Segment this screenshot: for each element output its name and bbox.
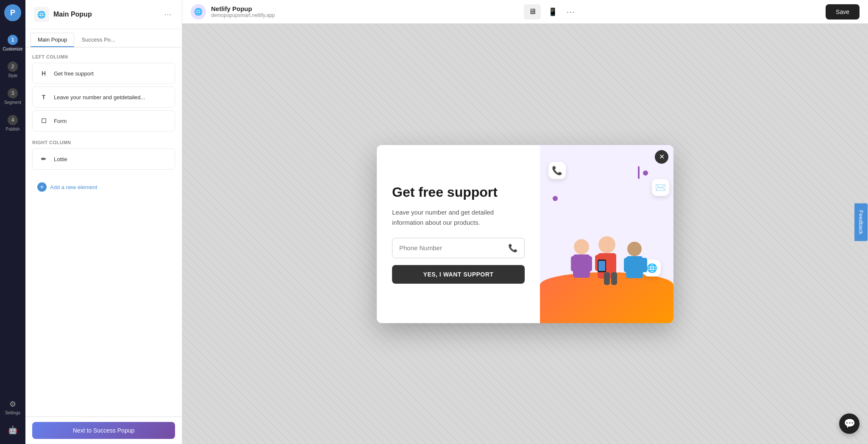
app-name: Netlify Popup — [211, 5, 275, 12]
right-column-section: RIGHT COLUMN ✏ Lottie — [32, 140, 175, 170]
panel-body: LEFT COLUMN H Get free support T Leave y… — [25, 47, 182, 416]
add-element-row[interactable]: + Add a new element — [32, 178, 175, 196]
sidebar-item-customize-label: Customize — [3, 47, 22, 51]
popup-icon: 🌐 — [37, 11, 46, 19]
svg-rect-12 — [642, 258, 647, 272]
accent-dot-2 — [553, 196, 558, 201]
text-content: Leave your number and getdetailed... — [54, 94, 170, 101]
sidebar-item-style[interactable]: 2 Style — [0, 56, 25, 83]
accent-line — [638, 166, 640, 179]
popup-left-content: Get free support Leave your number and g… — [377, 145, 540, 323]
step-3-circle: 3 — [8, 88, 18, 98]
text-icon: T — [38, 91, 50, 103]
app-info: Netlify Popup demopopupsmart.netlify.app — [211, 5, 275, 18]
feedback-button[interactable]: Feedback — [854, 203, 868, 241]
sidebar-item-publish-label: Publish — [6, 127, 20, 131]
svg-rect-7 — [604, 272, 610, 285]
step-4-circle: 4 — [8, 115, 18, 125]
float-email-icon: ✉️ — [652, 179, 669, 196]
sidebar-item-publish[interactable]: 4 Publish — [0, 110, 25, 137]
left-column-label: LEFT COLUMN — [32, 54, 175, 59]
panel-more-button[interactable]: ⋯ — [162, 8, 173, 21]
popup-modal: ✕ Get free support Leave your number and… — [377, 145, 673, 323]
svg-point-0 — [574, 239, 589, 254]
top-bar: 🌐 Netlify Popup demopopupsmart.netlify.a… — [182, 0, 868, 24]
svg-rect-14 — [598, 261, 605, 271]
svg-point-4 — [598, 236, 615, 253]
top-bar-right: Save — [826, 4, 860, 20]
popup-close-button[interactable]: ✕ — [655, 150, 668, 164]
chat-widget-icon: 💬 — [844, 418, 855, 429]
panel-footer: Next to Success Popup — [25, 416, 182, 444]
popup-input-row: 📞 — [392, 238, 525, 258]
settings-nav-item[interactable]: ⚙ Settings — [5, 394, 20, 420]
left-column-section: LEFT COLUMN H Get free support T Leave y… — [32, 54, 175, 131]
popup-subtext: Leave your number and get detailed infor… — [392, 207, 525, 228]
panel-header: 🌐 Main Popup ⋯ — [25, 0, 182, 29]
tab-success-popup[interactable]: Success Po... — [74, 33, 122, 47]
panel-header-icon: 🌐 — [34, 7, 49, 22]
phone-icon: 📞 — [508, 243, 517, 253]
panel-tabs: Main Popup Success Po... — [25, 29, 182, 47]
nav-bottom: ⚙ Settings 🤖 — [5, 394, 20, 440]
top-more-button[interactable]: ⋯ — [565, 5, 576, 19]
next-popup-button[interactable]: Next to Success Popup — [32, 422, 175, 439]
mobile-view-button[interactable]: 📱 — [544, 4, 561, 20]
element-row-heading[interactable]: H Get free support — [32, 63, 175, 84]
main-preview: 🌐 Netlify Popup demopopupsmart.netlify.a… — [182, 0, 868, 444]
popup-right-content: 📞 ✉️ 🌐 — [540, 145, 673, 323]
panel-title: Main Popup — [53, 11, 158, 18]
settings-icon: ⚙ — [9, 399, 16, 409]
sidebar-item-segment-label: Segment — [4, 100, 21, 105]
people-illustration — [560, 226, 654, 293]
top-bar-left: 🌐 Netlify Popup demopopupsmart.netlify.a… — [191, 4, 275, 20]
element-row-form[interactable]: ☐ Form — [32, 110, 175, 131]
heading-text: Get free support — [54, 70, 170, 77]
heading-icon: H — [38, 67, 50, 79]
nav-logo: P — [4, 4, 21, 21]
popup-heading: Get free support — [392, 184, 525, 200]
svg-point-9 — [627, 242, 642, 256]
lottie-icon: ✏ — [38, 153, 50, 165]
settings-label: Settings — [5, 410, 20, 415]
step-2-circle: 2 — [8, 61, 18, 72]
app-logo: 🌐 — [191, 4, 206, 20]
add-element-label: Add a new element — [50, 184, 97, 190]
form-text: Form — [54, 118, 170, 124]
svg-rect-2 — [571, 256, 577, 271]
lottie-text: Lottie — [54, 156, 170, 162]
chat-icon-small: 🤖 — [8, 425, 17, 435]
panel-title-group: Main Popup — [53, 11, 158, 18]
element-row-text[interactable]: T Leave your number and getdetailed... — [32, 87, 175, 108]
svg-rect-8 — [611, 272, 617, 285]
svg-rect-11 — [624, 258, 629, 272]
add-element-plus-icon: + — [37, 182, 47, 192]
phone-number-input[interactable] — [399, 244, 508, 251]
accent-dot-1 — [643, 170, 648, 176]
form-icon: ☐ — [38, 115, 50, 127]
sidebar-item-segment[interactable]: 3 Segment — [0, 83, 25, 110]
float-phone-icon: 📞 — [548, 162, 566, 179]
tab-main-popup[interactable]: Main Popup — [31, 33, 74, 47]
chat-widget-button[interactable]: 💬 — [839, 413, 860, 434]
desktop-view-button[interactable]: 🖥 — [524, 4, 541, 20]
save-button[interactable]: Save — [826, 4, 860, 20]
editor-panel: 🌐 Main Popup ⋯ Main Popup Success Po... … — [25, 0, 182, 444]
element-row-lottie[interactable]: ✏ Lottie — [32, 148, 175, 170]
mobile-icon: 📱 — [548, 7, 557, 17]
sidebar-nav: P 1 Customize 2 Style 3 Segment 4 Publis… — [0, 0, 25, 444]
app-url: demopopupsmart.netlify.app — [211, 12, 275, 18]
top-bar-center: 🖥 📱 ⋯ — [524, 4, 576, 20]
desktop-icon: 🖥 — [529, 7, 536, 16]
right-column-label: RIGHT COLUMN — [32, 140, 175, 145]
step-1-circle: 1 — [8, 35, 18, 45]
preview-area: ✕ Get free support Leave your number and… — [182, 24, 868, 444]
sidebar-item-customize[interactable]: 1 Customize — [0, 30, 25, 56]
svg-rect-3 — [586, 256, 592, 271]
popup-cta-button[interactable]: YES, I WANT SUPPORT — [392, 265, 525, 284]
sidebar-item-style-label: Style — [8, 73, 17, 78]
chat-widget-small[interactable]: 🤖 — [5, 420, 20, 440]
